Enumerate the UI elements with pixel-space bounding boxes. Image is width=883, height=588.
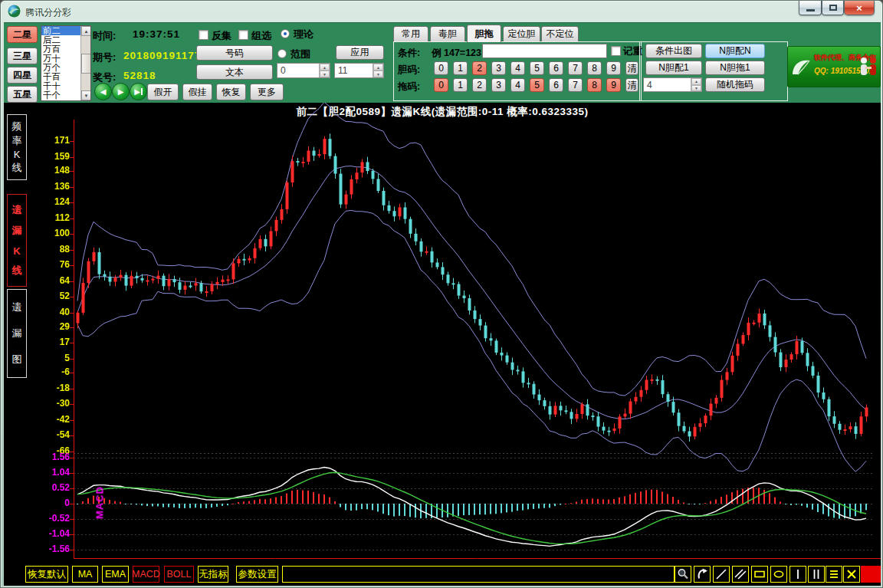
tab-常用[interactable]: 常用: [393, 26, 428, 41]
tuo-digits-clear-button[interactable]: 清: [625, 78, 638, 92]
text-button[interactable]: 文本: [196, 64, 273, 80]
dan-digits-digit-7[interactable]: 7: [568, 61, 583, 75]
macd-label-1.56: 1.56: [42, 452, 70, 462]
n-spinner[interactable]: 4 ▲▼: [643, 77, 702, 92]
chart-tab-遗漏图[interactable]: 遗漏图: [7, 289, 27, 378]
minimize-button[interactable]: [799, 1, 822, 15]
random-tuo-button[interactable]: 随机拖码: [705, 77, 765, 92]
y-axis-label--42: -42: [42, 414, 70, 425]
fake-open-button[interactable]: 假开: [147, 84, 179, 100]
dan-digits-clear-button[interactable]: 清: [625, 61, 638, 75]
position-listbox[interactable]: 前二后二万百万十万个千百千十千个 ▲ ▼: [41, 25, 91, 101]
dan-digits-digit-4[interactable]: 4: [510, 61, 525, 75]
prev-icon: ◀: [100, 87, 107, 96]
fanji-checkbox[interactable]: [199, 30, 208, 40]
y-axis-label--18: -18: [42, 383, 70, 393]
tool-ellipse-icon[interactable]: [770, 566, 787, 583]
range-radio[interactable]: [277, 49, 287, 58]
kline-chart-canvas[interactable]: [28, 103, 881, 563]
indicator-button-MACD[interactable]: MACD: [133, 566, 159, 583]
tuo-digits-digit-1[interactable]: 1: [453, 78, 468, 92]
dan-digits-digit-2[interactable]: 2: [472, 61, 487, 75]
tool-rectangle-icon[interactable]: [751, 566, 768, 583]
range-max-spinner[interactable]: 11 ▲▼: [334, 63, 384, 78]
scroll-thumb[interactable]: [81, 54, 91, 74]
ndan-pei-n-button[interactable]: N胆配N: [705, 44, 765, 58]
tab-毒胆[interactable]: 毒胆: [430, 26, 465, 41]
star-button-2[interactable]: 三星: [7, 48, 38, 64]
spin-up-icon[interactable]: ▲: [320, 64, 330, 71]
remember-checkbox[interactable]: [611, 46, 621, 56]
list-scrollbar[interactable]: ▲ ▼: [80, 26, 90, 100]
dan-digits-digit-9[interactable]: 9: [606, 61, 621, 75]
indicator-button-MA[interactable]: MA: [72, 566, 98, 583]
tab-定位胆[interactable]: 定位胆: [503, 26, 540, 41]
tuo-digits-digit-6[interactable]: 6: [549, 78, 563, 92]
play-button[interactable]: ▶: [112, 83, 130, 100]
toolbar-strip: [282, 566, 675, 583]
tool-double-line-icon[interactable]: [732, 566, 749, 583]
dan-digits-digit-0[interactable]: 0: [434, 61, 448, 75]
star-button-1[interactable]: 二星: [7, 26, 38, 43]
draw-value: 52818: [123, 70, 156, 81]
indicator-button-恢复默认[interactable]: 恢复默认: [25, 566, 68, 583]
prev-button[interactable]: ◀: [94, 83, 112, 100]
window-title: 腾讯分分彩: [25, 6, 71, 19]
dan-digits-digit-5[interactable]: 5: [530, 61, 544, 75]
tuo-digits-digit-2[interactable]: 2: [472, 78, 487, 92]
tab-不定位[interactable]: 不定位: [541, 26, 579, 41]
indicator-button-无指标[interactable]: 无指标: [198, 566, 228, 583]
spin-down-icon[interactable]: ▼: [691, 85, 701, 92]
dan-digits-digit-3[interactable]: 3: [491, 61, 506, 75]
scroll-up-icon[interactable]: ▲: [81, 26, 91, 36]
ad-banner[interactable]: 软件代理、商务合作 QQ: 1910515001: [787, 46, 881, 87]
tuo-digits-digit-7[interactable]: 7: [568, 78, 583, 92]
next-end-button[interactable]: ▶: [130, 83, 147, 100]
tool-zoom-icon[interactable]: [675, 566, 691, 583]
condition-plot-button[interactable]: 条件出图: [645, 44, 702, 58]
tuo-digits-digit-3[interactable]: 3: [491, 78, 506, 92]
condition-input[interactable]: [482, 44, 607, 58]
chart-tab-频率K线[interactable]: 频率K线: [7, 114, 27, 180]
tool-vline-icon[interactable]: [789, 566, 806, 583]
fake-hang-button[interactable]: 假挂: [182, 84, 212, 100]
tuo-digits-digit-8[interactable]: 8: [587, 78, 602, 92]
tuo-digits-digit-0[interactable]: 0: [434, 78, 448, 92]
chart-tab-遗漏K线[interactable]: 遗漏K线: [7, 194, 27, 287]
dan-digits-digit-8[interactable]: 8: [587, 61, 602, 75]
tool-double-vline-icon[interactable]: [808, 566, 825, 583]
tool-close-icon[interactable]: [843, 566, 860, 583]
tuo-digits-digit-4[interactable]: 4: [510, 78, 525, 92]
tuo-digits-digit-5[interactable]: 5: [530, 78, 544, 92]
more-button[interactable]: 更多: [250, 84, 284, 100]
dan-digits-digit-6[interactable]: 6: [549, 61, 563, 75]
titlebar[interactable]: 腾讯分分彩 ×: [1, 1, 882, 22]
tool-undo-icon[interactable]: [694, 566, 711, 583]
ndan-pei-1-button[interactable]: N胆配1: [645, 61, 702, 75]
number-button[interactable]: 号码: [196, 45, 273, 61]
apply-button[interactable]: 应用: [336, 45, 384, 60]
spin-down-icon[interactable]: ▼: [320, 71, 330, 77]
zuxuan-checkbox[interactable]: [238, 30, 248, 40]
tuo-digits-digit-9[interactable]: 9: [606, 78, 621, 92]
scroll-down-icon[interactable]: ▼: [81, 90, 91, 100]
spin-up-icon[interactable]: ▲: [691, 78, 701, 85]
indicator-button-EMA[interactable]: EMA: [102, 566, 129, 583]
ndan-tuo-1-button[interactable]: N胆拖1: [705, 61, 765, 75]
indicator-button-BOLL[interactable]: BOLL: [164, 566, 194, 583]
range-min-spinner[interactable]: 0 ▲▼: [277, 63, 330, 78]
tool-hlines-icon[interactable]: [826, 566, 842, 583]
maximize-button[interactable]: [822, 1, 844, 15]
close-button[interactable]: ×: [844, 1, 875, 15]
tab-胆拖[interactable]: 胆拖: [467, 25, 501, 42]
star-button-3[interactable]: 四星: [7, 67, 38, 84]
star-button-4[interactable]: 五星: [7, 86, 38, 103]
macd-label--1.56: -1.56: [42, 544, 70, 554]
restore-button[interactable]: 恢复: [216, 84, 246, 100]
theory-radio[interactable]: [281, 29, 290, 38]
tool-line-icon[interactable]: [713, 566, 730, 583]
indicator-button-参数设置[interactable]: 参数设置: [236, 566, 278, 583]
dan-digits-digit-1[interactable]: 1: [453, 61, 468, 75]
spin-up-icon[interactable]: ▲: [373, 64, 383, 71]
spin-down-icon[interactable]: ▼: [373, 71, 383, 77]
